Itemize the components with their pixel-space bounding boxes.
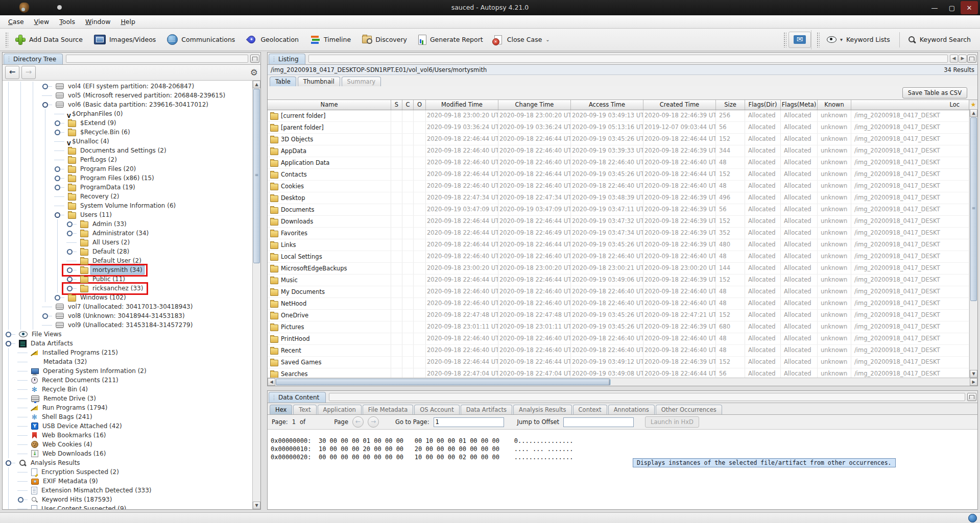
tree-expander-expanded-icon[interactable] xyxy=(41,100,53,109)
file-name-cell[interactable]: Saved Games xyxy=(268,357,391,368)
tree-node-default-user-2[interactable]: Default User (2) xyxy=(64,257,145,265)
tree-node-program-files-x86-15[interactable]: Program Files (x86) (15) xyxy=(52,174,157,183)
float-window-icon[interactable] xyxy=(250,55,259,63)
table-row[interactable]: Searches2020-09-18 22:47:04 UTC2020-09-1… xyxy=(268,368,969,378)
tree-expander-expanded-icon[interactable] xyxy=(53,210,65,219)
table-row[interactable]: My Documents2020-09-18 22:46:40 UTC2020-… xyxy=(268,286,969,298)
close-case-button[interactable]: Close Case⌄ xyxy=(489,32,555,47)
tree-node-documents-and-settings-2[interactable]: Documents and Settings (2) xyxy=(52,146,170,155)
table-row[interactable]: Application Data2020-09-18 22:46:40 UTC2… xyxy=(268,157,969,169)
tree-node-encryption-suspected-2[interactable]: Encryption Suspected (2) xyxy=(15,468,122,477)
file-name-cell[interactable]: PrintHood xyxy=(268,333,391,344)
tab-directory-tree[interactable]: Directory Tree xyxy=(4,54,63,64)
scroll-left-icon[interactable]: ◀ xyxy=(268,378,275,386)
table-row[interactable]: 3D Objects2020-09-18 22:46:44 UTC2020-09… xyxy=(268,134,969,145)
tree-expander-collapsed-icon[interactable] xyxy=(65,284,78,293)
forward-button[interactable]: → xyxy=(21,66,36,79)
column-header-name[interactable]: Name xyxy=(268,100,391,110)
gear-icon[interactable]: ⚙ xyxy=(250,67,258,78)
column-header-access-time[interactable]: Access Time xyxy=(571,100,643,110)
tree-node-metadata-32[interactable]: Metadata (32) xyxy=(15,358,90,366)
tree-node-perflogs-2[interactable]: PerfLogs (2) xyxy=(52,156,120,164)
content-tab-data-artifacts[interactable]: Data Artifacts xyxy=(461,405,512,414)
table-row[interactable]: Recent2020-09-18 22:46:40 UTC2020-09-18 … xyxy=(268,345,969,357)
column-header-loc[interactable]: Loc xyxy=(851,100,969,110)
tree-node-web-bookmarks-16[interactable]: Web Bookmarks (16) xyxy=(15,431,109,440)
table-row[interactable]: Downloads2020-09-18 22:46:44 UTC2020-09-… xyxy=(268,216,969,228)
view-tab-table[interactable]: Table xyxy=(270,77,296,86)
tree-node-program-files-20[interactable]: Program Files (20) xyxy=(52,165,139,173)
file-name-cell[interactable]: Local Settings xyxy=(268,251,391,262)
tree-node-vol6-basic-data-partition-239616-30417012[interactable]: vol6 (Basic data partition: 239616-30417… xyxy=(39,101,211,109)
tab-scroll-right-icon[interactable]: ▶ xyxy=(959,55,967,63)
file-name-cell[interactable]: Recent xyxy=(268,345,391,356)
table-row[interactable]: Favorites2020-09-18 22:46:44 UTC2020-09-… xyxy=(268,228,969,239)
save-table-as-csv-button[interactable]: Save Table as CSV xyxy=(902,87,967,98)
table-row[interactable]: Saved Games2020-09-18 22:46:44 UTC2020-0… xyxy=(268,357,969,368)
tree-node-vol4-efi-system-partition-2048-206847[interactable]: vol4 (EFI system partition: 2048-206847) xyxy=(39,82,197,91)
table-row[interactable]: Contacts2020-09-18 22:46:44 UTC2020-09-1… xyxy=(268,169,969,181)
content-tab-hex[interactable]: Hex xyxy=(270,405,292,414)
tree-expander-collapsed-icon[interactable] xyxy=(53,173,65,183)
tree-expander-collapsed-icon[interactable] xyxy=(4,330,16,339)
images-videos-button[interactable]: Images/Videos xyxy=(89,32,161,47)
tree-node-ricksanchez-33[interactable]: ricksanchez (33) xyxy=(64,284,146,293)
file-name-cell[interactable]: Links xyxy=(268,239,391,251)
content-tab-analysis-results[interactable]: Analysis Results xyxy=(513,405,572,414)
content-tab-other-occurrences[interactable]: Other Occurrences xyxy=(656,405,722,414)
launch-in-hxd-button[interactable]: Launch in HxD xyxy=(645,416,699,428)
tree-node-recycle-bin-6[interactable]: $Recycle.Bin (6) xyxy=(52,128,133,137)
tree-expander-collapsed-icon[interactable] xyxy=(65,275,78,284)
menu-help[interactable]: Help xyxy=(115,16,140,27)
tree-node-vol5-microsoft-reserved-partition-206848-239615[interactable]: vol5 (Microsoft reserved partition: 2068… xyxy=(39,91,228,100)
tab-scroll-left-icon[interactable]: ◀ xyxy=(950,55,958,63)
close-button[interactable]: ✕ xyxy=(961,1,978,14)
tree-node-extension-mismatch-detected-333[interactable]: Extension Mismatch Detected (333) xyxy=(15,486,155,495)
content-tab-context[interactable]: Context xyxy=(573,405,607,414)
file-name-cell[interactable]: MicrosoftEdgeBackups xyxy=(268,263,391,274)
discovery-button[interactable]: Discovery xyxy=(357,33,412,46)
tree-node-recent-documents-211[interactable]: Recent Documents (211) xyxy=(15,376,122,385)
file-name-cell[interactable]: Desktop xyxy=(268,192,391,204)
tree-expander-expanded-icon[interactable] xyxy=(4,339,16,348)
tree-expander-collapsed-icon[interactable] xyxy=(41,82,53,91)
minimize-button[interactable]: — xyxy=(926,1,943,14)
file-name-cell[interactable]: Cookies xyxy=(268,181,391,192)
menu-window[interactable]: Window xyxy=(80,16,115,27)
jump-offset-input[interactable] xyxy=(563,417,634,427)
keyword-search-button[interactable]: Keyword Search xyxy=(903,33,976,47)
tree-node-file-views[interactable]: File Views xyxy=(3,330,65,339)
tree-node-usb-device-attached-42[interactable]: USB Device Attached (42) xyxy=(15,422,125,431)
maximize-panel-icon[interactable] xyxy=(967,393,976,401)
menu-view[interactable]: View xyxy=(29,16,55,27)
tab-listing[interactable]: Listing xyxy=(269,54,305,64)
table-row[interactable]: AppData2020-09-18 22:46:40 UTC2020-09-18… xyxy=(268,145,969,157)
column-settings-icon[interactable]: ★ xyxy=(969,100,977,109)
tree-node-analysis-results[interactable]: Analysis Results xyxy=(3,459,83,467)
tree-node-public-11[interactable]: Public (11) xyxy=(64,275,128,284)
column-header-s[interactable]: S xyxy=(391,100,402,110)
table-row[interactable]: Local Settings2020-09-18 22:46:40 UTC202… xyxy=(268,251,969,263)
column-header-modified-time[interactable]: Modified Time xyxy=(426,100,498,110)
communications-button[interactable]: Communications xyxy=(162,31,240,48)
tree-node-exif-metadata-9[interactable]: EXIF Metadata (9) xyxy=(15,477,101,486)
back-button[interactable]: ← xyxy=(5,66,19,79)
menu-case[interactable]: Case xyxy=(3,16,29,27)
content-tab-os-account[interactable]: OS Account xyxy=(414,405,459,414)
file-name-cell[interactable]: [parent folder] xyxy=(268,122,391,133)
scrollbar-thumb[interactable] xyxy=(970,117,977,301)
menu-tools[interactable]: Tools xyxy=(54,16,80,27)
tree-node-administrator-34[interactable]: Administrator (34) xyxy=(64,229,152,238)
tree-node-all-users-2[interactable]: All Users (2) xyxy=(64,238,133,247)
scroll-down-icon[interactable]: ▼ xyxy=(253,502,260,509)
table-vscrollbar[interactable]: ▲ ▼ xyxy=(969,109,977,378)
column-header-o[interactable]: O xyxy=(414,100,426,110)
tree-node-data-artifacts[interactable]: Data Artifacts xyxy=(3,339,76,348)
generate-report-button[interactable]: Generate Report xyxy=(413,32,488,48)
tree-expander-collapsed-icon[interactable] xyxy=(65,219,78,229)
column-header-flags-meta[interactable]: Flags(Meta) xyxy=(781,100,818,110)
tree-expander-collapsed-icon[interactable] xyxy=(65,229,78,238)
tree-node-vol7-unallocated-30417013-30418943[interactable]: vol7 (Unallocated: 30417013-30418943) xyxy=(39,303,196,311)
maximize-panel-icon[interactable] xyxy=(967,55,976,63)
scrollbar-thumb[interactable] xyxy=(253,89,260,263)
